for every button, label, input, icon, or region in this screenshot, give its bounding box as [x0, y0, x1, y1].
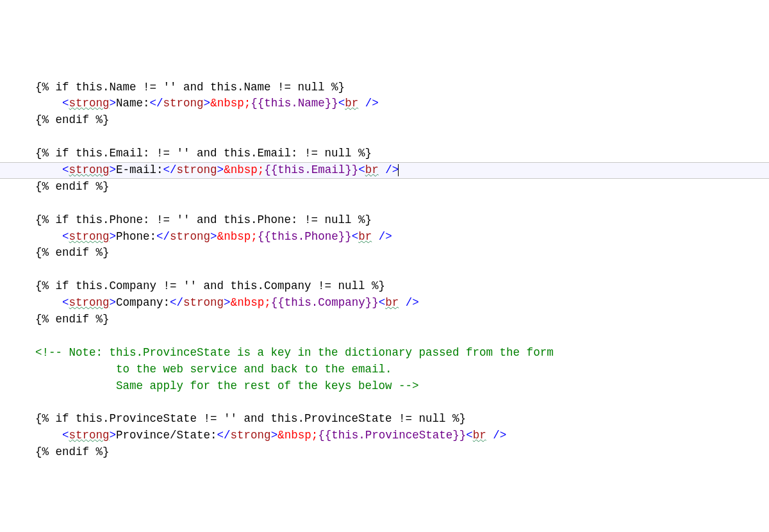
angle-bracket: >: [217, 163, 224, 176]
angle-bracket: />: [406, 296, 419, 309]
code-line: {% endif %}: [35, 312, 769, 328]
angle-bracket: >: [204, 97, 211, 110]
code-line: {% if this.Email: != '' and this.Email: …: [35, 145, 769, 162]
html-entity: &nbsp;: [217, 230, 258, 243]
angle-bracket: <: [466, 429, 473, 442]
code-line: {% if this.Name != '' and this.Name != n…: [35, 79, 769, 96]
angle-bracket: >: [210, 230, 217, 243]
angle-bracket: </: [150, 97, 163, 110]
code-line: <strong>Province/State:</strong>&nbsp;{{…: [35, 428, 769, 444]
template-delimiter: {% endif %}: [35, 180, 110, 193]
code-line: <strong>Company:</strong>&nbsp;{{this.Co…: [35, 295, 769, 312]
tag-strong: strong: [183, 296, 224, 309]
template-expression: {{this.Company}}: [271, 296, 379, 309]
template-delimiter: {% endif %}: [35, 246, 110, 259]
angle-bracket: <: [338, 97, 345, 110]
html-entity: &nbsp;: [231, 296, 271, 309]
template-delimiter: {% if this.ProvinceState != '' and this.…: [35, 412, 466, 425]
template-expression: {{this.Name}}: [251, 97, 338, 110]
text-label: Name:: [116, 97, 150, 110]
blank-line: [35, 195, 769, 212]
angle-bracket: >: [110, 230, 117, 243]
comment-text: Same apply for the rest of the keys belo…: [116, 379, 419, 392]
html-entity: &nbsp;: [210, 97, 251, 110]
angle-bracket: <: [379, 296, 386, 309]
code-line-active: <strong>E-mail:</strong>&nbsp;{{this.Ema…: [0, 162, 769, 179]
angle-bracket: <: [62, 230, 69, 243]
angle-bracket: >: [110, 429, 117, 442]
code-line: {% if this.ProvinceState != '' and this.…: [35, 411, 769, 428]
code-line: {% if this.Company != '' and this.Compan…: [35, 278, 769, 295]
angle-bracket: </: [170, 296, 183, 309]
template-delimiter: {% endif %}: [35, 113, 110, 126]
blank-line: [35, 328, 769, 345]
code-line: {% endif %}: [35, 245, 769, 262]
angle-bracket: />: [379, 230, 392, 243]
text-label: Company:: [116, 296, 170, 309]
comment-text: <!-- Note: this.ProvinceState is a key i…: [35, 346, 554, 359]
angle-bracket: />: [365, 97, 379, 110]
angle-bracket: >: [110, 163, 117, 176]
text-label: Province/State:: [116, 429, 217, 442]
blank-line: [35, 262, 769, 278]
template-delimiter: {% if this.Name != '' and this.Name != n…: [35, 81, 345, 94]
code-line: {% if this.Phone: != '' and this.Phone: …: [35, 212, 769, 229]
template-delimiter: {% if this.Phone: != '' and this.Phone: …: [35, 213, 372, 226]
text-label: E-mail:: [116, 163, 163, 176]
blank-line: [35, 129, 769, 145]
tag-br: br: [473, 429, 486, 442]
angle-bracket: >: [110, 97, 117, 110]
angle-bracket: </: [217, 429, 231, 442]
angle-bracket: />: [493, 429, 506, 442]
tag-strong: strong: [177, 163, 217, 176]
template-delimiter: {% if this.Company != '' and this.Compan…: [35, 279, 385, 292]
template-delimiter: {% endif %}: [35, 313, 110, 326]
tag-strong: strong: [163, 97, 204, 110]
template-expression: {{this.ProvinceState}}: [318, 429, 466, 442]
tag-strong: strong: [69, 230, 110, 243]
code-line: to the web service and back to the email…: [35, 362, 769, 378]
code-line: {% endif %}: [35, 444, 769, 461]
tag-strong: strong: [69, 97, 110, 110]
code-line: {% endif %}: [35, 179, 769, 195]
comment-text: to the web service and back to the email…: [116, 363, 392, 376]
code-line: {% endif %}: [35, 112, 769, 129]
code-line: Same apply for the rest of the keys belo…: [35, 378, 769, 395]
template-expression: {{this.Phone}}: [258, 230, 352, 243]
angle-bracket: />: [385, 163, 399, 176]
angle-bracket: </: [163, 163, 177, 176]
template-delimiter: {% endif %}: [35, 445, 110, 458]
angle-bracket: >: [110, 296, 117, 309]
blank-line: [35, 394, 769, 411]
angle-bracket: >: [271, 429, 278, 442]
angle-bracket: </: [156, 230, 170, 243]
tag-strong: strong: [69, 163, 110, 176]
code-editor[interactable]: {% if this.Name != '' and this.Name != n…: [35, 79, 769, 461]
angle-bracket: <: [62, 296, 69, 309]
angle-bracket: <: [62, 429, 69, 442]
tag-br: br: [345, 97, 358, 110]
angle-bracket: <: [62, 97, 69, 110]
tag-strong: strong: [69, 296, 110, 309]
template-delimiter: {% if this.Email: != '' and this.Email: …: [35, 147, 372, 160]
tag-strong: strong: [231, 429, 271, 442]
angle-bracket: >: [224, 296, 231, 309]
angle-bracket: <: [352, 230, 359, 243]
template-expression: {{this.Email}}: [264, 163, 358, 176]
tag-strong: strong: [69, 429, 110, 442]
tag-br: br: [365, 163, 379, 176]
tag-strong: strong: [170, 230, 210, 243]
code-line: <!-- Note: this.ProvinceState is a key i…: [35, 345, 769, 362]
code-line: <strong>Phone:</strong>&nbsp;{{this.Phon…: [35, 229, 769, 245]
tag-br: br: [385, 296, 399, 309]
code-line: <strong>Name:</strong>&nbsp;{{this.Name}…: [35, 96, 769, 112]
angle-bracket: <: [62, 163, 69, 176]
angle-bracket: <: [358, 163, 365, 176]
html-entity: &nbsp;: [224, 163, 264, 176]
text-cursor: [398, 164, 399, 176]
tag-br: br: [358, 230, 372, 243]
text-label: Phone:: [116, 230, 156, 243]
html-entity: &nbsp;: [277, 429, 318, 442]
